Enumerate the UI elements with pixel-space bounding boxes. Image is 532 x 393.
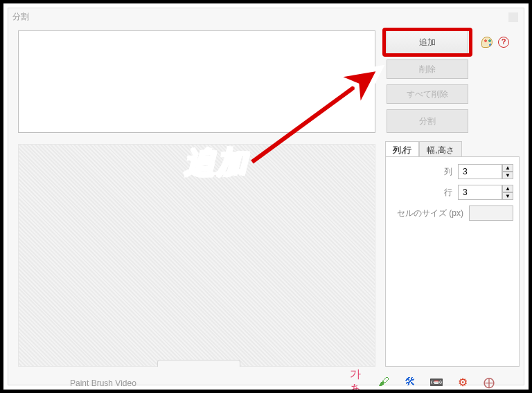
cellsize-label: セルのサイズ (px) <box>397 208 463 219</box>
footer-icon-person[interactable]: 🛠 <box>402 374 418 390</box>
split-panel: 分割 追加 削除 すべて削除 分割 ? 列,行 幅,高さ 列 <box>8 8 524 385</box>
rows-row: 行 ▲ ▼ <box>391 185 513 200</box>
footer-icon-brush[interactable]: 🖌 <box>376 374 391 390</box>
toolbar-icons: ? <box>481 36 510 48</box>
footer-icon-lang[interactable]: 가あ <box>350 374 365 390</box>
cols-down[interactable]: ▼ <box>502 172 513 179</box>
rows-up[interactable]: ▲ <box>502 185 513 192</box>
split-button: 分割 <box>387 109 468 133</box>
button-column: 追加 削除 すべて削除 分割 <box>387 30 468 138</box>
rows-down[interactable]: ▼ <box>502 192 513 200</box>
add-button[interactable]: 追加 <box>387 30 468 54</box>
palette-icon[interactable] <box>481 36 493 48</box>
cols-up[interactable]: ▲ <box>502 164 513 172</box>
footer-icons: 가あ 🖌 🛠 📼 ⚙ ⨁ <box>350 374 497 390</box>
delete-button: 削除 <box>387 60 468 79</box>
cellsize-input <box>469 205 513 221</box>
cols-input[interactable] <box>458 164 502 179</box>
rows-input[interactable] <box>458 185 502 200</box>
cellsize-row: セルのサイズ (px) <box>391 205 513 221</box>
app-frame: 分割 追加 削除 すべて削除 分割 ? 列,行 幅,高さ 列 <box>0 0 532 393</box>
cols-label: 列 <box>444 166 452 178</box>
footer-text: Paint Brush Video <box>70 378 136 388</box>
options-panel: 列 ▲ ▼ 行 ▲ ▼ <box>385 156 520 367</box>
rows-label: 行 <box>444 187 452 199</box>
help-icon[interactable]: ? <box>497 36 510 48</box>
delete-all-button: すべて削除 <box>387 84 468 104</box>
cellsize-stepper <box>469 205 513 221</box>
rows-stepper[interactable]: ▲ ▼ <box>458 185 513 200</box>
preview-area <box>18 144 375 367</box>
image-drop-area[interactable] <box>18 30 375 133</box>
footer-icon-gear[interactable]: ⚙ <box>455 374 470 390</box>
footer-icon-globe[interactable]: ⨁ <box>481 374 497 390</box>
preview-handle[interactable] <box>157 360 240 367</box>
panel-title: 分割 <box>12 11 29 23</box>
cols-stepper[interactable]: ▲ ▼ <box>458 164 513 179</box>
panel-corner-square <box>508 12 518 22</box>
footer-icon-tag[interactable]: 📼 <box>429 374 444 390</box>
cols-row: 列 ▲ ▼ <box>391 164 513 179</box>
